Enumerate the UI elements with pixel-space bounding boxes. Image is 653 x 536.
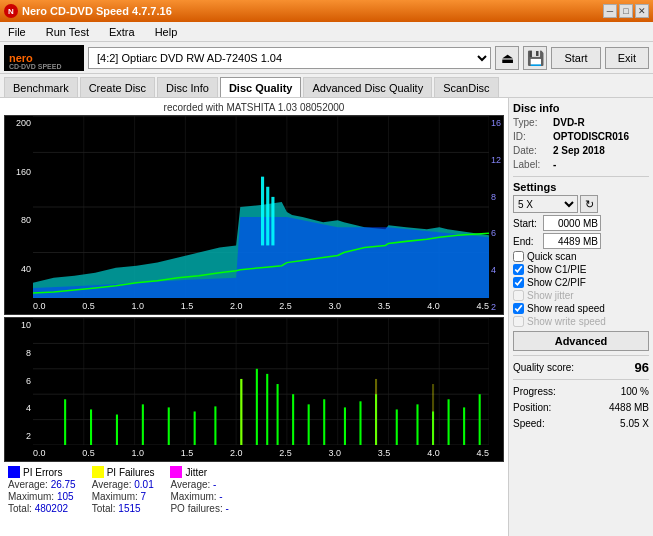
svg-rect-52 — [359, 401, 361, 445]
tab-create-disc[interactable]: Create Disc — [80, 77, 155, 97]
tab-disc-info[interactable]: Disc Info — [157, 77, 218, 97]
svg-text:CD·DVD SPEED: CD·DVD SPEED — [9, 63, 62, 70]
pi-errors-color — [8, 466, 20, 478]
bottom-chart: 10 8 6 4 2 — [4, 317, 504, 462]
show-jitter-label: Show jitter — [527, 290, 574, 301]
disc-id-row: ID: OPTODISCR016 — [513, 130, 649, 144]
svg-rect-41 — [168, 407, 170, 445]
svg-rect-50 — [323, 399, 325, 445]
svg-rect-19 — [261, 177, 264, 246]
show-write-speed-row: Show write speed — [513, 316, 649, 327]
pi-failures-title: PI Failures — [107, 467, 155, 478]
speed-row-progress: Speed: 5.05 X — [513, 416, 649, 432]
tab-disc-quality[interactable]: Disc Quality — [220, 77, 302, 97]
svg-rect-61 — [375, 379, 377, 445]
speed-select[interactable]: 5 X — [513, 195, 578, 213]
save-icon-button[interactable]: 💾 — [523, 46, 547, 70]
drive-select[interactable]: [4:2] Optiarc DVD RW AD-7240S 1.04 — [88, 47, 491, 69]
svg-rect-55 — [416, 404, 418, 445]
progress-section: Progress: 100 % Position: 4488 MB Speed:… — [513, 379, 649, 432]
exit-button[interactable]: Exit — [605, 47, 649, 69]
legend-row: PI Errors Average: 26.75 Maximum: 105 To… — [4, 462, 504, 518]
svg-rect-60 — [240, 379, 242, 445]
top-chart-y-axis-right: 16 12 8 6 4 2 — [489, 116, 503, 314]
minimize-button[interactable]: ─ — [603, 4, 617, 18]
end-label: End: — [513, 236, 541, 247]
app-icon: N — [4, 4, 18, 18]
start-input[interactable] — [543, 215, 601, 231]
svg-rect-42 — [194, 411, 196, 445]
top-chart-x-axis: 0.0 0.5 1.0 1.5 2.0 2.5 3.0 3.5 4.0 4.5 — [33, 298, 489, 314]
main-content: recorded with MATSHITA 1.03 08052000 200… — [0, 98, 653, 536]
svg-rect-59 — [479, 394, 481, 445]
close-button[interactable]: ✕ — [635, 4, 649, 18]
legend-jitter: Jitter Average: - Maximum: - PO failures… — [170, 466, 228, 514]
settings-section: Settings 5 X ↻ Start: End: Quick scan — [513, 176, 649, 351]
svg-rect-45 — [256, 369, 258, 445]
speed-row: 5 X ↻ — [513, 195, 649, 213]
menu-help[interactable]: Help — [151, 24, 182, 40]
disc-type-value: DVD-R — [553, 116, 585, 130]
svg-rect-48 — [292, 394, 294, 445]
svg-rect-40 — [142, 404, 144, 445]
quick-scan-label: Quick scan — [527, 251, 576, 262]
position-value: 4488 MB — [609, 400, 649, 416]
svg-rect-43 — [214, 406, 216, 445]
svg-rect-21 — [271, 197, 274, 246]
top-chart-y-axis: 200 160 80 40 — [5, 116, 33, 314]
pi-errors-max: 105 — [57, 491, 74, 502]
disc-date-value: 2 Sep 2018 — [553, 144, 605, 158]
svg-rect-54 — [396, 409, 398, 445]
menu-file[interactable]: File — [4, 24, 30, 40]
toolbar: nero CD·DVD SPEED [4:2] Optiarc DVD RW A… — [0, 42, 653, 74]
jitter-color — [170, 466, 182, 478]
right-panel: Disc info Type: DVD-R ID: OPTODISCR016 D… — [508, 98, 653, 536]
top-chart-svg — [33, 116, 489, 298]
end-input[interactable] — [543, 233, 601, 249]
show-c1-pie-checkbox[interactable] — [513, 264, 524, 275]
svg-rect-63 — [8, 466, 20, 478]
menu-extra[interactable]: Extra — [105, 24, 139, 40]
svg-rect-38 — [90, 409, 92, 445]
eject-icon-button[interactable]: ⏏ — [495, 46, 519, 70]
top-chart-inner — [33, 116, 489, 298]
quality-score-section: Quality score: 96 — [513, 355, 649, 375]
quality-score-label: Quality score: — [513, 362, 574, 373]
svg-rect-49 — [308, 404, 310, 445]
bottom-chart-y-axis: 10 8 6 4 2 — [5, 318, 33, 461]
show-c2-pif-checkbox[interactable] — [513, 277, 524, 288]
pi-errors-average: 26.75 — [51, 479, 76, 490]
tabs-bar: Benchmark Create Disc Disc Info Disc Qua… — [0, 74, 653, 98]
jitter-average: - — [213, 479, 216, 490]
show-read-speed-checkbox[interactable] — [513, 303, 524, 314]
progress-row: Progress: 100 % — [513, 384, 649, 400]
svg-rect-37 — [64, 399, 66, 445]
disc-info-section: Disc info Type: DVD-R ID: OPTODISCR016 D… — [513, 102, 649, 172]
progress-value: 100 % — [621, 384, 649, 400]
jitter-max: - — [219, 491, 222, 502]
menu-bar: File Run Test Extra Help — [0, 22, 653, 42]
start-button[interactable]: Start — [551, 47, 600, 69]
disc-label-row: Label: - — [513, 158, 649, 172]
tab-benchmark[interactable]: Benchmark — [4, 77, 78, 97]
svg-rect-62 — [432, 384, 434, 445]
disc-date-row: Date: 2 Sep 2018 — [513, 144, 649, 158]
maximize-button[interactable]: □ — [619, 4, 633, 18]
position-label: Position: — [513, 400, 551, 416]
menu-run-test[interactable]: Run Test — [42, 24, 93, 40]
show-write-speed-checkbox[interactable] — [513, 316, 524, 327]
refresh-button[interactable]: ↻ — [580, 195, 598, 213]
jitter-po: - — [225, 503, 228, 514]
title-text: Nero CD-DVD Speed 4.7.7.16 — [22, 5, 172, 17]
svg-rect-51 — [344, 407, 346, 445]
tab-scan-disc[interactable]: ScanDisc — [434, 77, 498, 97]
legend-pi-errors: PI Errors Average: 26.75 Maximum: 105 To… — [8, 466, 76, 514]
bottom-chart-x-axis: 0.0 0.5 1.0 1.5 2.0 2.5 3.0 3.5 4.0 4.5 — [33, 445, 489, 461]
advanced-button[interactable]: Advanced — [513, 331, 649, 351]
tab-advanced-disc-quality[interactable]: Advanced Disc Quality — [303, 77, 432, 97]
jitter-title: Jitter — [185, 467, 207, 478]
svg-rect-64 — [92, 466, 104, 478]
show-jitter-checkbox[interactable] — [513, 290, 524, 301]
quick-scan-checkbox[interactable] — [513, 251, 524, 262]
show-read-speed-row: Show read speed — [513, 303, 649, 314]
